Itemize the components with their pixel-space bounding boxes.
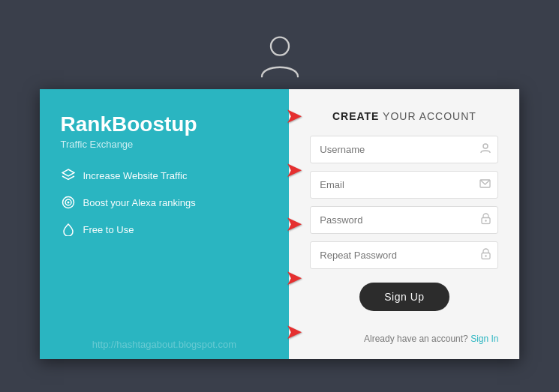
password-input[interactable]	[310, 206, 498, 234]
repeat-password-field-icon	[481, 248, 491, 262]
user-avatar-icon	[257, 34, 302, 82]
main-card: RankBoostup Traffic Exchange Increase We…	[40, 89, 520, 359]
login-text: Already have an account?	[364, 334, 468, 344]
feature-item-alexa: Boost your Alexa rankings	[61, 195, 269, 210]
username-group	[310, 136, 498, 163]
feature-item-traffic: Increase Website Traffic	[61, 168, 269, 183]
create-title: CREATE YOUR ACCOUNT	[332, 110, 476, 122]
repeat-password-input[interactable]	[310, 241, 498, 269]
password-field-icon	[481, 213, 491, 227]
right-panel: CREATE YOUR ACCOUNT	[289, 89, 519, 359]
create-title-suffix: YOUR ACCOUNT	[379, 110, 476, 122]
features-list: Increase Website Traffic Boost your Alex…	[61, 168, 269, 237]
target-icon	[61, 195, 76, 210]
brand-title: RankBoostup	[61, 113, 269, 136]
arrow-password: ➤	[285, 214, 302, 235]
login-link-area: Already have an account? Sign In	[310, 322, 498, 344]
svg-point-8	[485, 220, 487, 221]
svg-marker-1	[62, 169, 74, 176]
arrow-signup: ➤	[285, 322, 302, 343]
arrow-email: ➤	[285, 160, 302, 181]
avatar-container	[257, 34, 302, 82]
create-title-bold: CREATE	[332, 110, 380, 122]
repeat-password-group	[310, 241, 498, 269]
svg-point-0	[271, 37, 289, 55]
arrow-repeat-password: ➤	[285, 268, 302, 289]
password-group	[310, 206, 498, 234]
signin-link[interactable]: Sign In	[470, 334, 498, 344]
feature-label-traffic: Increase Website Traffic	[83, 170, 188, 181]
email-group	[310, 171, 498, 199]
watermark: http://hashtagabout.blogspot.com	[47, 339, 282, 350]
feature-item-free: Free to Use	[61, 222, 269, 237]
svg-point-4	[67, 202, 69, 204]
arrow-username: ➤	[285, 106, 302, 127]
feature-label-free: Free to Use	[83, 224, 134, 235]
svg-point-10	[485, 255, 487, 256]
email-input[interactable]	[310, 171, 498, 199]
username-input[interactable]	[310, 136, 498, 163]
svg-point-5	[483, 144, 488, 148]
user-field-icon	[480, 143, 491, 156]
arrows-container: ➤ ➤ ➤ ➤ ➤	[285, 89, 302, 359]
layers-icon	[61, 168, 76, 183]
brand-subtitle: Traffic Exchange	[61, 139, 269, 150]
feature-label-alexa: Boost your Alexa rankings	[83, 197, 196, 208]
email-field-icon	[479, 178, 491, 190]
drop-icon	[61, 222, 76, 237]
left-panel: RankBoostup Traffic Exchange Increase We…	[40, 89, 290, 359]
signup-button[interactable]: Sign Up	[359, 283, 449, 311]
